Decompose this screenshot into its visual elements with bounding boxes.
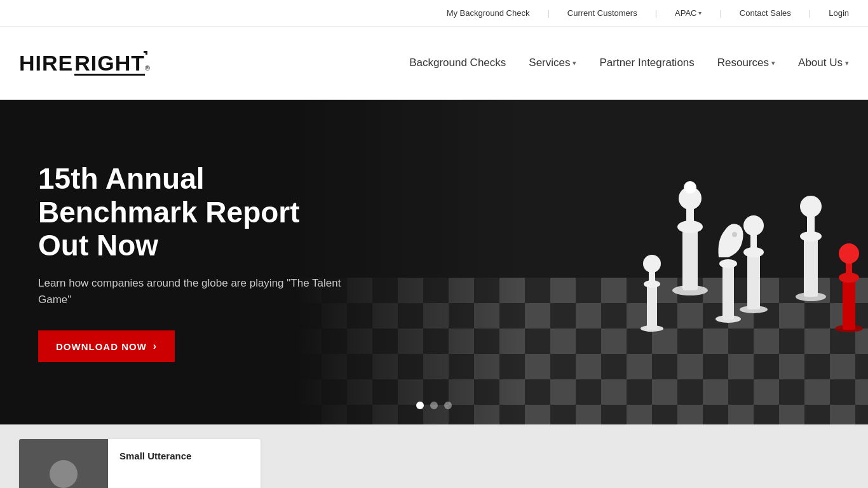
apac-chevron-icon: ▾ (698, 10, 702, 17)
contact-sales-link[interactable]: Contact Sales (740, 8, 791, 18)
background-checks-nav[interactable]: Background Checks (409, 57, 506, 69)
hero-content: 15th Annual Benchmark Report Out Now Lea… (0, 162, 381, 363)
card-1-title: Small Utterance (119, 451, 249, 461)
logo-right: RIGHT (74, 51, 145, 75)
card-1-content: Small Utterance Contact Us (108, 439, 261, 489)
svg-point-17 (743, 215, 764, 236)
carousel-dot-3[interactable] (444, 402, 452, 409)
carousel-dots (416, 402, 452, 409)
card-person-icon (38, 456, 89, 488)
about-us-nav[interactable]: About Us ▾ (798, 57, 849, 69)
apac-link[interactable]: APAC ▾ (675, 8, 702, 18)
logo-underline (74, 74, 145, 76)
below-hero-section: Small Utterance Contact Us (0, 424, 868, 488)
card-1: Small Utterance Contact Us (19, 439, 261, 489)
resources-chevron-icon: ▾ (771, 59, 775, 67)
my-background-check-link[interactable]: My Background Check (447, 8, 530, 18)
logo-corner-mark (144, 51, 147, 55)
current-customers-link[interactable]: Current Customers (567, 8, 637, 18)
svg-point-22 (643, 255, 661, 273)
svg-rect-14 (747, 252, 760, 309)
svg-point-32 (839, 243, 859, 264)
cta-arrow-icon: › (153, 341, 157, 352)
svg-point-50 (719, 259, 737, 268)
primary-nav: Background Checks Services ▾ Partner Int… (409, 57, 849, 69)
carousel-dot-2[interactable] (430, 402, 438, 409)
download-now-button[interactable]: DOWNLOAD NOW › (38, 330, 175, 362)
top-bar: My Background Check | Current Customers … (0, 0, 868, 27)
svg-point-12 (684, 181, 696, 194)
logo-hire: HIRE (19, 51, 73, 76)
resources-nav[interactable]: Resources ▾ (717, 57, 775, 69)
hero-title: 15th Annual Benchmark Report Out Now (38, 162, 343, 263)
svg-point-52 (50, 460, 78, 488)
logo-registered: ® (145, 64, 151, 72)
hero-section: 15th Annual Benchmark Report Out Now Lea… (0, 100, 868, 424)
svg-rect-8 (682, 227, 698, 290)
divider-2: | (655, 8, 657, 18)
carousel-dot-1[interactable] (416, 402, 424, 409)
divider-3: | (719, 8, 721, 18)
svg-rect-49 (722, 264, 734, 320)
services-chevron-icon: ▾ (573, 59, 576, 67)
logo[interactable]: HIRE RIGHT ® (19, 51, 151, 76)
hero-chess-image (296, 100, 868, 424)
divider-4: | (809, 8, 811, 18)
svg-point-51 (732, 232, 737, 237)
svg-rect-29 (843, 278, 855, 330)
divider-1: | (547, 8, 549, 18)
svg-rect-24 (804, 236, 818, 297)
main-nav: HIRE RIGHT ® Background Checks Services … (0, 27, 868, 100)
partner-integrations-nav[interactable]: Partner Integrations (599, 57, 694, 69)
svg-rect-6 (296, 100, 868, 424)
about-us-chevron-icon: ▾ (845, 59, 849, 67)
services-nav[interactable]: Services ▾ (529, 57, 576, 69)
svg-rect-19 (647, 284, 657, 330)
card-1-image (19, 439, 108, 489)
hero-subtitle: Learn how companies around the globe are… (38, 275, 343, 308)
login-link[interactable]: Login (829, 8, 849, 18)
svg-point-27 (800, 196, 822, 217)
